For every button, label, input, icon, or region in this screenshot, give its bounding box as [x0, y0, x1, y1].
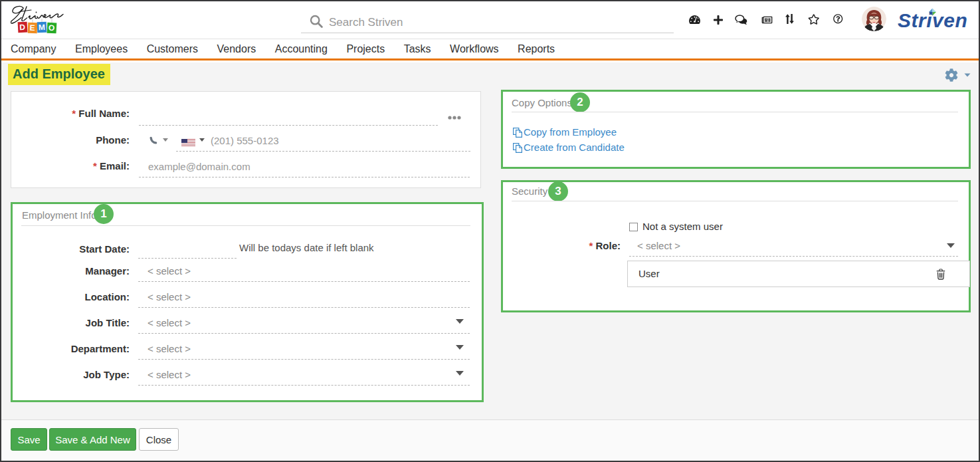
svg-text:Striven: Striven	[898, 9, 967, 31]
